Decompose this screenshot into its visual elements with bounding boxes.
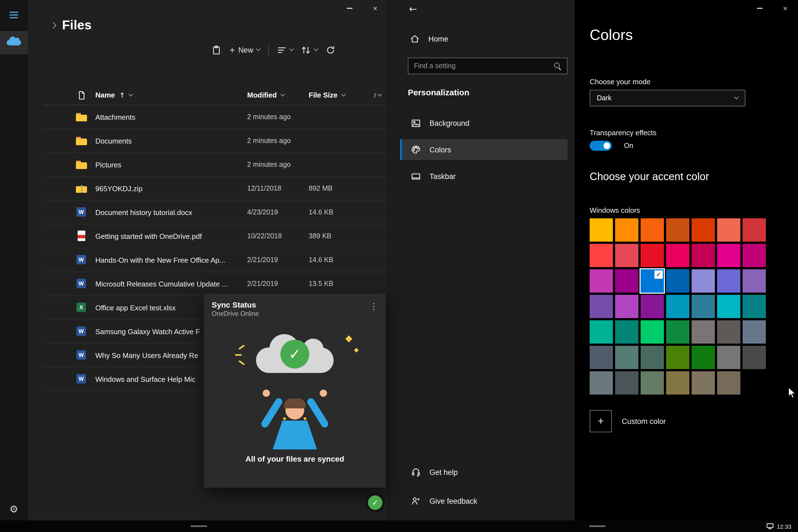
column-header-name[interactable]: Name ↑ <box>95 91 247 99</box>
accent-swatch-847545[interactable] <box>666 371 689 395</box>
sync-refresh-icon[interactable] <box>326 45 335 55</box>
accent-swatch-ef6950[interactable] <box>717 218 740 242</box>
accent-swatch-e81123[interactable] <box>641 244 664 267</box>
file-row[interactable]: Attachments2 minutes ago <box>43 105 385 129</box>
search-icon[interactable] <box>554 62 562 70</box>
accent-swatch-2d7d9a[interactable] <box>691 295 715 318</box>
accent-swatch-498205[interactable] <box>666 346 689 369</box>
accent-swatch-5d5a58[interactable] <box>717 320 740 344</box>
accent-swatch-744da9[interactable] <box>590 295 613 318</box>
transparency-toggle[interactable] <box>590 141 612 151</box>
accent-swatch-766b59[interactable] <box>717 371 740 395</box>
accent-swatch-00b7c3[interactable] <box>717 295 740 318</box>
accent-swatch-e3008c[interactable] <box>717 244 740 267</box>
table-header-row: Name ↑ Modified File Size / <box>43 86 385 105</box>
sidebar-item-onedrive[interactable] <box>0 31 28 54</box>
nav-item-background[interactable]: Background <box>400 113 568 134</box>
accent-swatch-4a5459[interactable] <box>615 371 639 395</box>
column-header-modified[interactable]: Modified <box>247 91 309 99</box>
sync-status-button[interactable]: ✓ <box>368 495 382 510</box>
new-button[interactable]: + New <box>229 45 260 55</box>
sort-order-button[interactable] <box>302 46 318 54</box>
accent-swatch-107c10[interactable] <box>691 346 715 369</box>
accent-swatch-7e735f[interactable] <box>691 371 715 395</box>
onedrive-window: ⚙ × Files + New <box>0 0 388 520</box>
accent-swatch-7a7574[interactable] <box>691 320 715 344</box>
column-header-extra[interactable]: / <box>364 92 385 98</box>
accent-swatch-9a0089[interactable] <box>615 269 639 292</box>
nav-item-home[interactable]: Home <box>410 34 448 43</box>
accent-swatch-b146c2[interactable] <box>615 295 639 318</box>
accent-swatch-c239b3[interactable] <box>590 269 613 292</box>
close-button[interactable]: × <box>773 0 798 17</box>
accent-swatch-bf0077[interactable] <box>743 244 766 267</box>
minimize-button[interactable] <box>337 0 362 17</box>
taskbar-drag-handle[interactable] <box>589 525 606 527</box>
hamburger-menu-icon[interactable] <box>10 12 18 20</box>
accent-swatch-c30052[interactable] <box>691 244 715 267</box>
custom-color-button[interactable]: + Custom color <box>590 410 666 432</box>
nav-item-taskbar[interactable]: Taskbar <box>400 166 568 187</box>
mode-dropdown[interactable]: Dark <box>590 90 745 107</box>
column-header-size[interactable]: File Size <box>309 91 364 99</box>
folder-file-icon <box>75 159 88 170</box>
file-row[interactable]: Documents2 minutes ago <box>43 129 385 153</box>
accent-swatch-ff8c00[interactable] <box>615 218 639 242</box>
accent-swatch-ff4343[interactable] <box>590 244 613 267</box>
file-row[interactable]: Pictures2 minutes ago <box>43 153 385 177</box>
view-options-button[interactable] <box>277 46 293 54</box>
kebab-menu-icon[interactable]: ⋮ <box>369 302 378 311</box>
file-modified: 2/21/2019 <box>247 280 309 288</box>
accent-swatch-515c6b[interactable] <box>590 346 613 369</box>
accent-swatch-647c64[interactable] <box>641 371 664 395</box>
nav-item-colors[interactable]: Colors <box>400 139 568 160</box>
paste-icon[interactable] <box>212 45 221 55</box>
accent-swatch-ea005e[interactable] <box>666 244 689 267</box>
file-row[interactable]: Getting started with OneDrive.pdf10/22/2… <box>43 225 385 248</box>
accent-swatch-ca5010[interactable] <box>666 218 689 242</box>
accent-swatch-69797e[interactable] <box>590 371 613 395</box>
file-row[interactable]: Hands-On with the New Free Office Ap...2… <box>43 248 385 272</box>
settings-search-box[interactable] <box>408 58 568 74</box>
taskbar-drag-handle[interactable] <box>191 525 207 527</box>
system-tray[interactable]: 12:33 <box>766 520 791 532</box>
nav-item-get-help[interactable]: Get help <box>400 462 568 483</box>
settings-gear-icon[interactable]: ⚙ <box>0 500 28 517</box>
accent-swatch-038387[interactable] <box>743 295 766 318</box>
accent-swatch-567c73[interactable] <box>615 346 639 369</box>
nav-home-label: Home <box>429 35 448 43</box>
file-row[interactable]: Document history tutorial.docx4/23/20191… <box>43 201 385 225</box>
back-arrow-icon[interactable]: ← <box>409 3 417 14</box>
accent-swatch-f7630c[interactable] <box>641 218 664 242</box>
accent-swatch-767676[interactable] <box>717 346 740 369</box>
accent-swatch-d13438[interactable] <box>743 218 766 242</box>
accent-swatch-68768a[interactable] <box>743 320 766 344</box>
accent-swatch-00cc6a[interactable] <box>641 320 664 344</box>
accent-swatch-e74856[interactable] <box>615 244 639 267</box>
accent-swatch-6b69d6[interactable] <box>717 269 740 292</box>
chevron-right-icon[interactable] <box>50 22 57 28</box>
accent-swatch-0063b1[interactable] <box>666 269 689 292</box>
accent-swatch-8e8cd8[interactable] <box>691 269 715 292</box>
accent-swatch-881798[interactable] <box>641 295 664 318</box>
search-input[interactable] <box>408 62 554 70</box>
accent-swatch-4c4a48[interactable] <box>743 346 766 369</box>
accent-swatch-0078d7[interactable]: ✓ <box>641 269 664 292</box>
file-row[interactable]: 965YOKDJ.zip12/11/2018892 MB <box>43 177 385 201</box>
accent-swatch-ffb900[interactable] <box>590 218 613 242</box>
accent-swatch-da3b01[interactable] <box>691 218 715 242</box>
accent-swatch-10893e[interactable] <box>666 320 689 344</box>
accent-swatch-0099bc[interactable] <box>666 295 689 318</box>
file-type-column-icon[interactable] <box>75 91 88 99</box>
close-button[interactable]: × <box>362 0 388 17</box>
file-name: Getting started with OneDrive.pdf <box>95 232 247 240</box>
file-row[interactable]: Microsoft Releases Cumulative Update ...… <box>43 272 385 296</box>
breadcrumb: Files <box>51 18 92 33</box>
accent-swatch-486860[interactable] <box>641 346 664 369</box>
accent-swatch-8764b8[interactable] <box>743 269 766 292</box>
accent-swatch-00b294[interactable] <box>590 320 613 344</box>
minimize-button[interactable] <box>747 0 773 17</box>
file-size: 14.6 KB <box>309 208 385 216</box>
nav-item-give-feedback[interactable]: Give feedback <box>400 491 568 512</box>
accent-swatch-018574[interactable] <box>615 320 639 344</box>
